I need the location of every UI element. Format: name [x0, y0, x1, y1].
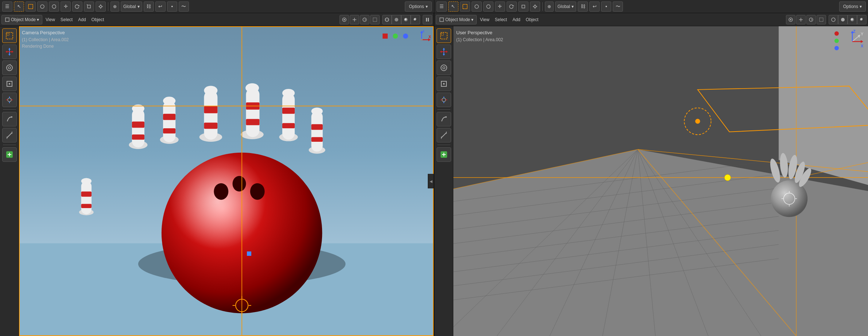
- render-btn-right[interactable]: [857, 15, 867, 24]
- global-dropdown-right[interactable]: Global ▾: [555, 1, 577, 12]
- add-button-right[interactable]: Add: [510, 15, 522, 24]
- gizmo-icon-left[interactable]: [350, 15, 359, 24]
- move-icon[interactable]: ✛: [61, 1, 71, 12]
- measure-tool-right[interactable]: [437, 128, 451, 142]
- viewport-display-icon-right[interactable]: [786, 15, 795, 24]
- wave-icon[interactable]: 〜: [179, 1, 189, 12]
- svg-rect-46: [9, 83, 10, 85]
- object-button-left[interactable]: Object: [89, 15, 106, 24]
- svg-text:Y: Y: [861, 32, 864, 36]
- object-button-right[interactable]: Object: [524, 15, 541, 24]
- transform-icon[interactable]: [96, 1, 106, 12]
- svg-point-70: [163, 97, 175, 105]
- circle-select-icon[interactable]: [37, 1, 47, 12]
- svg-rect-92: [81, 181, 92, 214]
- pause-btn-left[interactable]: [423, 15, 432, 24]
- scale-icon-right[interactable]: [518, 1, 528, 12]
- lasso-select-icon[interactable]: [49, 1, 59, 12]
- top-toolbar-left: ☰ ↖ ✛ ⊕ Global ▾ ⛓ ↩ ▪ 〜: [0, 0, 434, 13]
- xray-icon-left[interactable]: [370, 15, 380, 24]
- rotate-tool-left[interactable]: [2, 60, 17, 75]
- undo-icon[interactable]: ↩: [155, 1, 166, 12]
- transform-tool-right[interactable]: [437, 93, 451, 107]
- rotate-icon-right[interactable]: [507, 1, 517, 12]
- transform-tool-left[interactable]: [2, 93, 17, 107]
- snap-dropdown[interactable]: ⊕: [111, 1, 119, 12]
- object-mode-button-left[interactable]: Object Mode ▾: [1, 15, 42, 24]
- svg-point-175: [695, 119, 700, 124]
- material-btn-right[interactable]: [848, 15, 857, 24]
- transform-icon-right[interactable]: [530, 1, 540, 12]
- nav-dots-right: [834, 31, 839, 50]
- overlay-icon-right[interactable]: [806, 15, 816, 24]
- menu-icon-right[interactable]: ☰: [437, 1, 447, 12]
- global-dropdown[interactable]: Global ▾: [121, 1, 142, 12]
- add-button-left[interactable]: Add: [76, 15, 88, 24]
- svg-marker-130: [443, 48, 445, 50]
- select-button-right[interactable]: Select: [493, 15, 509, 24]
- overlay-icon-left[interactable]: [360, 15, 369, 24]
- options-button-right[interactable]: Options ▾: [839, 1, 866, 12]
- bowling-scene-svg: [19, 26, 434, 336]
- svg-rect-72: [204, 90, 217, 140]
- xray-icon-right[interactable]: [817, 15, 826, 24]
- scale-tool-right[interactable]: [437, 77, 451, 91]
- lasso-select-icon-right[interactable]: [483, 1, 493, 12]
- scale-icon[interactable]: [84, 1, 94, 12]
- svg-marker-133: [446, 51, 448, 53]
- svg-line-53: [7, 133, 12, 138]
- solid-btn-right[interactable]: [838, 15, 848, 24]
- svg-point-43: [8, 67, 11, 69]
- select-tool-right[interactable]: [437, 28, 451, 43]
- select-tool-left[interactable]: [2, 28, 17, 43]
- measure-tool-left[interactable]: [2, 128, 17, 142]
- view-button-right[interactable]: View: [478, 15, 492, 24]
- svg-marker-38: [8, 48, 11, 50]
- annotate-tool-right[interactable]: [437, 112, 451, 126]
- menu-icon[interactable]: ☰: [2, 1, 12, 12]
- select-button-left[interactable]: Select: [58, 15, 75, 24]
- move-tool-right[interactable]: [437, 44, 451, 59]
- box-select-icon[interactable]: [26, 1, 36, 12]
- svg-rect-20: [5, 18, 9, 22]
- object-mode-button-right[interactable]: Object Mode ▾: [436, 15, 477, 24]
- shape-box-icon-right[interactable]: ▪: [601, 1, 611, 12]
- link-icon[interactable]: ⛓: [144, 1, 154, 12]
- box-select-icon-right[interactable]: [460, 1, 470, 12]
- left-viewport-content: Camera Perspective (1) Collection | Area…: [0, 26, 434, 336]
- user-scene-svg: Z Y X: [453, 26, 868, 336]
- annotate-tool-left[interactable]: [2, 112, 17, 126]
- svg-point-31: [414, 18, 417, 22]
- move-tool-left[interactable]: [2, 44, 17, 59]
- material-btn-left[interactable]: [401, 15, 411, 24]
- svg-rect-88: [311, 124, 323, 130]
- wave-icon-right[interactable]: 〜: [613, 1, 623, 12]
- add-tool-right[interactable]: [437, 147, 451, 162]
- move-icon-right[interactable]: ✛: [495, 1, 505, 12]
- viewport-display-icon[interactable]: [340, 15, 349, 24]
- scale-tool-left[interactable]: [2, 77, 17, 91]
- wireframe-btn-right[interactable]: [829, 15, 838, 24]
- select-cursor-icon[interactable]: ↖: [14, 1, 24, 12]
- tool-sep-right-1: [437, 109, 450, 110]
- render-btn-left[interactable]: [411, 15, 420, 24]
- circle-select-icon-right[interactable]: [472, 1, 482, 12]
- rotate-icon[interactable]: [72, 1, 82, 12]
- svg-rect-64: [132, 134, 144, 140]
- svg-point-75: [204, 86, 217, 95]
- gizmo-icon-right[interactable]: [796, 15, 806, 24]
- select-cursor-icon-right[interactable]: ↖: [448, 1, 458, 12]
- svg-point-85: [282, 89, 295, 97]
- snap-dropdown-right[interactable]: ⊕: [545, 1, 554, 12]
- shape-box-icon[interactable]: ▪: [167, 1, 177, 12]
- link-icon-right[interactable]: ⛓: [578, 1, 588, 12]
- rotate-tool-right[interactable]: [437, 60, 451, 75]
- undo-icon-right[interactable]: ↩: [589, 1, 600, 12]
- solid-btn-left[interactable]: [392, 15, 401, 24]
- collapse-arrow-left[interactable]: ◀: [428, 174, 434, 188]
- wireframe-btn-left[interactable]: [382, 15, 392, 24]
- view-button-left[interactable]: View: [43, 15, 57, 24]
- add-tool-left[interactable]: [2, 147, 17, 162]
- svg-rect-121: [819, 18, 823, 22]
- options-button-left[interactable]: Options ▾: [405, 1, 431, 12]
